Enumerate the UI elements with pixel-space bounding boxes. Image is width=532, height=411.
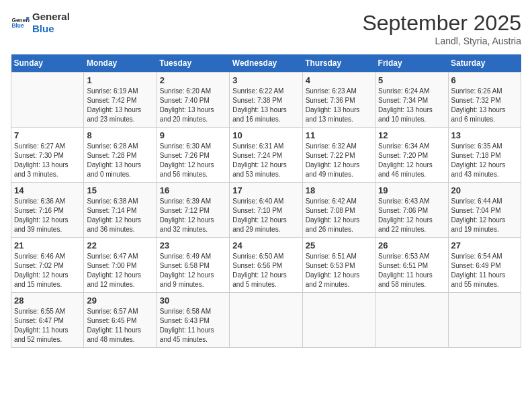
calendar-cell: 20Sunrise: 6:44 AM Sunset: 7:04 PM Dayli… (448, 183, 521, 238)
day-number: 20 (451, 185, 518, 195)
calendar-cell: 3Sunrise: 6:22 AM Sunset: 7:38 PM Daylig… (230, 73, 302, 128)
day-info: Sunrise: 6:53 AM Sunset: 6:51 PM Dayligh… (378, 252, 445, 289)
calendar-cell (375, 293, 448, 348)
logo-blue-text: Blue (32, 23, 70, 35)
day-number: 5 (378, 75, 445, 85)
day-info: Sunrise: 6:39 AM Sunset: 7:12 PM Dayligh… (160, 197, 226, 234)
calendar-cell: 24Sunrise: 6:50 AM Sunset: 6:56 PM Dayli… (230, 238, 302, 293)
day-number: 2 (160, 75, 226, 85)
day-info: Sunrise: 6:44 AM Sunset: 7:04 PM Dayligh… (451, 197, 518, 234)
calendar-cell: 12Sunrise: 6:34 AM Sunset: 7:20 PM Dayli… (375, 128, 448, 183)
day-number: 24 (232, 240, 299, 250)
day-info: Sunrise: 6:32 AM Sunset: 7:22 PM Dayligh… (306, 142, 372, 179)
day-info: Sunrise: 6:34 AM Sunset: 7:20 PM Dayligh… (378, 142, 445, 179)
day-info: Sunrise: 6:27 AM Sunset: 7:30 PM Dayligh… (14, 142, 81, 179)
weekday-header-monday: Monday (84, 54, 157, 73)
day-info: Sunrise: 6:51 AM Sunset: 6:53 PM Dayligh… (306, 252, 372, 289)
calendar-cell: 7Sunrise: 6:27 AM Sunset: 7:30 PM Daylig… (11, 128, 84, 183)
calendar-cell: 27Sunrise: 6:54 AM Sunset: 6:49 PM Dayli… (448, 238, 521, 293)
day-number: 18 (306, 185, 372, 195)
day-number: 11 (306, 130, 372, 140)
calendar-cell: 23Sunrise: 6:49 AM Sunset: 6:58 PM Dayli… (157, 238, 229, 293)
weekday-header-thursday: Thursday (302, 54, 375, 73)
day-info: Sunrise: 6:49 AM Sunset: 6:58 PM Dayligh… (160, 252, 226, 289)
location: Landl, Styria, Austria (362, 36, 521, 46)
calendar-cell: 22Sunrise: 6:47 AM Sunset: 7:00 PM Dayli… (84, 238, 157, 293)
month-title: September 2025 (362, 11, 521, 36)
calendar-cell: 17Sunrise: 6:40 AM Sunset: 7:10 PM Dayli… (230, 183, 302, 238)
weekday-header-saturday: Saturday (448, 54, 521, 73)
calendar-cell (11, 73, 84, 128)
day-info: Sunrise: 6:20 AM Sunset: 7:40 PM Dayligh… (160, 87, 226, 124)
weekday-header-sunday: Sunday (11, 54, 84, 73)
day-info: Sunrise: 6:19 AM Sunset: 7:42 PM Dayligh… (87, 87, 153, 124)
day-number: 8 (87, 130, 153, 140)
calendar-cell: 4Sunrise: 6:23 AM Sunset: 7:36 PM Daylig… (302, 73, 375, 128)
calendar-week-row: 1Sunrise: 6:19 AM Sunset: 7:42 PM Daylig… (11, 73, 521, 128)
calendar-cell: 2Sunrise: 6:20 AM Sunset: 7:40 PM Daylig… (157, 73, 229, 128)
calendar-cell: 11Sunrise: 6:32 AM Sunset: 7:22 PM Dayli… (302, 128, 375, 183)
day-number: 22 (87, 240, 153, 250)
weekday-header-tuesday: Tuesday (157, 54, 229, 73)
day-info: Sunrise: 6:36 AM Sunset: 7:16 PM Dayligh… (14, 197, 81, 234)
day-info: Sunrise: 6:38 AM Sunset: 7:14 PM Dayligh… (87, 197, 153, 234)
day-info: Sunrise: 6:26 AM Sunset: 7:32 PM Dayligh… (451, 87, 518, 124)
day-number: 29 (87, 295, 153, 306)
day-number: 7 (14, 130, 81, 140)
day-info: Sunrise: 6:58 AM Sunset: 6:43 PM Dayligh… (160, 307, 226, 345)
page-header: General Blue General Blue September 2025… (11, 11, 521, 46)
calendar-cell: 10Sunrise: 6:31 AM Sunset: 7:24 PM Dayli… (230, 128, 302, 183)
day-info: Sunrise: 6:22 AM Sunset: 7:38 PM Dayligh… (232, 87, 299, 124)
calendar-cell: 21Sunrise: 6:46 AM Sunset: 7:02 PM Dayli… (11, 238, 84, 293)
day-number: 14 (14, 185, 81, 195)
day-info: Sunrise: 6:35 AM Sunset: 7:18 PM Dayligh… (451, 142, 518, 179)
day-info: Sunrise: 6:30 AM Sunset: 7:26 PM Dayligh… (160, 142, 226, 179)
calendar-cell: 1Sunrise: 6:19 AM Sunset: 7:42 PM Daylig… (84, 73, 157, 128)
day-number: 12 (378, 130, 445, 140)
day-info: Sunrise: 6:54 AM Sunset: 6:49 PM Dayligh… (451, 252, 518, 289)
day-info: Sunrise: 6:43 AM Sunset: 7:06 PM Dayligh… (378, 197, 445, 234)
calendar-cell: 14Sunrise: 6:36 AM Sunset: 7:16 PM Dayli… (11, 183, 84, 238)
day-number: 1 (87, 75, 153, 85)
day-number: 13 (451, 130, 518, 140)
day-number: 3 (232, 75, 299, 85)
calendar-cell: 5Sunrise: 6:24 AM Sunset: 7:34 PM Daylig… (375, 73, 448, 128)
calendar-cell (448, 293, 521, 348)
calendar-header-row: SundayMondayTuesdayWednesdayThursdayFrid… (11, 54, 521, 73)
day-info: Sunrise: 6:40 AM Sunset: 7:10 PM Dayligh… (232, 197, 299, 234)
day-number: 30 (160, 295, 226, 306)
weekday-header-friday: Friday (375, 54, 448, 73)
calendar-cell: 9Sunrise: 6:30 AM Sunset: 7:26 PM Daylig… (157, 128, 229, 183)
day-info: Sunrise: 6:24 AM Sunset: 7:34 PM Dayligh… (378, 87, 445, 124)
day-number: 26 (378, 240, 445, 250)
day-number: 15 (87, 185, 153, 195)
weekday-header-wednesday: Wednesday (230, 54, 302, 73)
calendar-cell: 15Sunrise: 6:38 AM Sunset: 7:14 PM Dayli… (84, 183, 157, 238)
calendar-week-row: 21Sunrise: 6:46 AM Sunset: 7:02 PM Dayli… (11, 238, 521, 293)
day-info: Sunrise: 6:57 AM Sunset: 6:45 PM Dayligh… (87, 307, 153, 345)
day-number: 4 (306, 75, 372, 85)
calendar-cell: 16Sunrise: 6:39 AM Sunset: 7:12 PM Dayli… (157, 183, 229, 238)
day-number: 9 (160, 130, 226, 140)
day-info: Sunrise: 6:46 AM Sunset: 7:02 PM Dayligh… (14, 252, 81, 289)
day-number: 25 (306, 240, 372, 250)
title-section: September 2025 Landl, Styria, Austria (362, 11, 521, 46)
logo-icon: General Blue (11, 13, 30, 32)
calendar-week-row: 28Sunrise: 6:55 AM Sunset: 6:47 PM Dayli… (11, 293, 521, 348)
day-info: Sunrise: 6:23 AM Sunset: 7:36 PM Dayligh… (306, 87, 372, 124)
calendar-cell: 18Sunrise: 6:42 AM Sunset: 7:08 PM Dayli… (302, 183, 375, 238)
day-number: 16 (160, 185, 226, 195)
calendar-week-row: 7Sunrise: 6:27 AM Sunset: 7:30 PM Daylig… (11, 128, 521, 183)
calendar-cell: 29Sunrise: 6:57 AM Sunset: 6:45 PM Dayli… (84, 293, 157, 348)
day-info: Sunrise: 6:50 AM Sunset: 6:56 PM Dayligh… (232, 252, 299, 289)
day-info: Sunrise: 6:47 AM Sunset: 7:00 PM Dayligh… (87, 252, 153, 289)
logo: General Blue General Blue (11, 11, 70, 35)
day-number: 6 (451, 75, 518, 85)
calendar-week-row: 14Sunrise: 6:36 AM Sunset: 7:16 PM Dayli… (11, 183, 521, 238)
day-number: 17 (232, 185, 299, 195)
calendar-cell: 13Sunrise: 6:35 AM Sunset: 7:18 PM Dayli… (448, 128, 521, 183)
calendar-cell (230, 293, 302, 348)
day-number: 21 (14, 240, 81, 250)
day-number: 28 (14, 295, 81, 306)
day-info: Sunrise: 6:42 AM Sunset: 7:08 PM Dayligh… (306, 197, 372, 234)
